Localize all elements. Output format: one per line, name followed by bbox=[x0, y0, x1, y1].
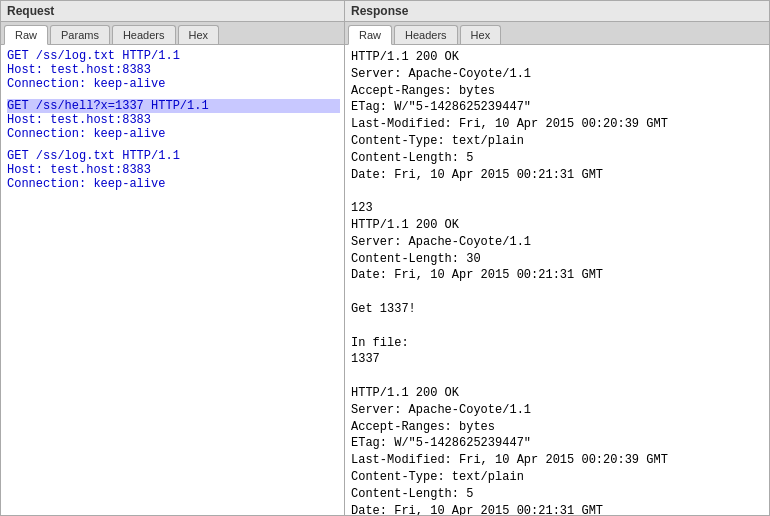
request-line-2: GET /ss/hell?x=1337 HTTP/1.1 bbox=[7, 99, 340, 113]
response-tab-headers[interactable]: Headers bbox=[394, 25, 458, 44]
request-host-1: Host: test.host:8383 bbox=[7, 63, 340, 77]
response-panel: Response Raw Headers Hex HTTP/1.1 200 OK… bbox=[345, 0, 770, 516]
response-content[interactable]: HTTP/1.1 200 OK Server: Apache-Coyote/1.… bbox=[345, 45, 769, 515]
response-tab-hex[interactable]: Hex bbox=[460, 25, 502, 44]
request-block-2: GET /ss/hell?x=1337 HTTP/1.1 Host: test.… bbox=[7, 99, 340, 141]
request-host-2: Host: test.host:8383 bbox=[7, 113, 340, 127]
request-content[interactable]: GET /ss/log.txt HTTP/1.1 Host: test.host… bbox=[1, 45, 344, 515]
main-container: Request Raw Params Headers Hex GET /ss/l… bbox=[0, 0, 770, 516]
response-tab-raw[interactable]: Raw bbox=[348, 25, 392, 45]
request-tab-hex[interactable]: Hex bbox=[178, 25, 220, 44]
request-host-3: Host: test.host:8383 bbox=[7, 163, 340, 177]
request-tab-raw[interactable]: Raw bbox=[4, 25, 48, 45]
request-connection-2: Connection: keep-alive bbox=[7, 127, 340, 141]
request-connection-1: Connection: keep-alive bbox=[7, 77, 340, 91]
request-block-3: GET /ss/log.txt HTTP/1.1 Host: test.host… bbox=[7, 149, 340, 191]
request-tab-params[interactable]: Params bbox=[50, 25, 110, 44]
request-block-1: GET /ss/log.txt HTTP/1.1 Host: test.host… bbox=[7, 49, 340, 91]
response-header: Response bbox=[345, 1, 769, 22]
request-connection-3: Connection: keep-alive bbox=[7, 177, 340, 191]
request-tabs-bar: Raw Params Headers Hex bbox=[1, 22, 344, 45]
request-panel: Request Raw Params Headers Hex GET /ss/l… bbox=[0, 0, 345, 516]
request-tab-headers[interactable]: Headers bbox=[112, 25, 176, 44]
response-tabs-bar: Raw Headers Hex bbox=[345, 22, 769, 45]
request-line-1: GET /ss/log.txt HTTP/1.1 bbox=[7, 49, 340, 63]
request-header: Request bbox=[1, 1, 344, 22]
request-line-3: GET /ss/log.txt HTTP/1.1 bbox=[7, 149, 340, 163]
